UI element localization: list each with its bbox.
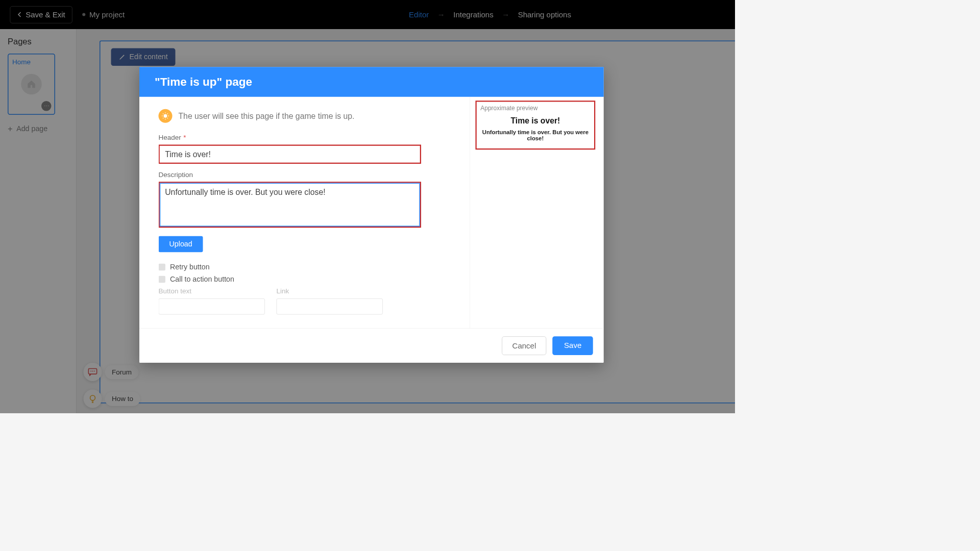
sun-icon [159, 109, 173, 123]
preview-box: Approximate preview Time is over! Unfort… [476, 101, 596, 149]
preview-title: Time is over! [480, 116, 590, 126]
header-input[interactable] [159, 145, 422, 164]
retry-button-checkbox[interactable]: Retry button [159, 263, 451, 271]
preview-desc: Unfortunally time is over. But you were … [480, 129, 590, 142]
checkbox-icon [159, 276, 166, 283]
checkbox-icon [159, 264, 166, 271]
description-textarea[interactable] [159, 182, 422, 228]
modal-link-input[interactable] [277, 298, 383, 315]
cta-button-checkbox[interactable]: Call to action button [159, 275, 451, 284]
modal-link-label: Link [277, 287, 383, 295]
modal-info: The user will see this page if the game … [179, 111, 355, 120]
cancel-button[interactable]: Cancel [502, 336, 546, 355]
modal-button-text-label: Button text [159, 287, 265, 295]
header-field-label: Header* [159, 134, 451, 142]
description-field-label: Description [159, 171, 451, 179]
time-is-up-modal: "Time is up" page The user will see this… [139, 67, 604, 363]
preview-label: Approximate preview [480, 105, 590, 112]
modal-title: "Time is up" page [139, 67, 604, 97]
upload-button[interactable]: Upload [159, 236, 203, 253]
modal-button-text-input[interactable] [159, 298, 265, 315]
svg-point-8 [164, 114, 167, 118]
save-button[interactable]: Save [553, 336, 593, 355]
